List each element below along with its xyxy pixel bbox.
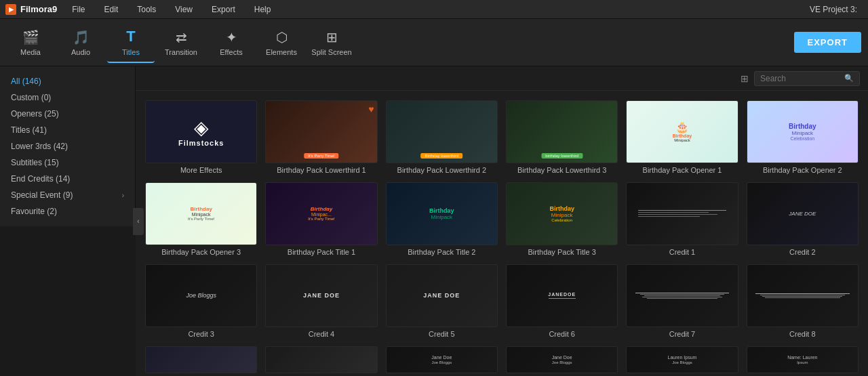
credit2-content: JANE DOE [789,211,816,217]
toolbar-media[interactable]: 🎬 Media [7,22,54,63]
search-input[interactable] [760,74,842,83]
sidebar-item-endcredits[interactable]: End Credits (14) [0,171,135,187]
thumb-row4-2[interactable] [261,342,381,376]
menu-export[interactable]: Export [208,3,239,16]
thumb-label: Birthday Pack Opener 3 [145,248,257,256]
thumb-label: Birthday Pack Lowerthird 3 [506,166,618,174]
menu-edit[interactable]: Edit [100,3,123,16]
sidebar-item-subtitles[interactable]: Subtitles (15) [0,154,135,171]
thumb-label: Credit 6 [506,330,618,338]
thumb-birthday-lowerthird-3[interactable]: birthday lowerthird Birthday Pack Lowert… [502,96,622,178]
opener1-content: 🎂 Birthday Minipack [673,121,692,142]
app-logo-icon: ▶ [5,4,16,15]
thumb-birthday-opener-3[interactable]: Birthday Minipack It's Party Time! Birth… [141,178,261,260]
thumb-label: Birthday Pack Lowerthird 2 [386,166,498,174]
splitscreen-icon: ⊞ [326,29,338,45]
row4-4-content: Jane DoeJoe Bloggs [552,355,572,364]
thumb-birthday-title-1[interactable]: Birthday Minipac... It's Party Time! Bir… [261,178,381,260]
thumb-label: Birthday Pack Title 3 [506,248,618,256]
thumb-label: Credit 4 [265,330,377,338]
sidebar-item-specialevent[interactable]: Special Event (9) › [0,187,135,203]
credit7-content [635,293,730,299]
thumb-credit-1[interactable]: Credit 1 [622,178,742,260]
thumb-birthday-lowerthird-2[interactable]: Birthday lowerthird Birthday Pack Lowert… [382,96,502,178]
sidebar-item-custom[interactable]: Custom (0) [0,89,135,106]
thumb-label: Birthday Pack Opener 2 [747,166,859,174]
thumb-birthday-opener-1[interactable]: 🎂 Birthday Minipack Birthday Pack Opener… [622,96,742,178]
credit4-content: JANE DOE [303,292,340,299]
menu-bar: ▶ Filmora9 File Edit Tools View Export H… [0,0,868,19]
media-label: Media [20,48,41,56]
credit1-content [638,210,727,217]
thumb-birthday-title-2[interactable]: Birthday Minipack Birthday Pack Title 2 [382,178,502,260]
thumbnails-grid: ◈ Filmstocks More Effects ♥ It's Party T… [136,91,868,376]
thumb-credit-5[interactable]: JANE DOE Credit 5 [382,260,502,342]
thumb-birthday-lowerthird-1[interactable]: ♥ It's Party Time! Birthday Pack Lowerth… [261,96,381,178]
thumb-credit-6[interactable]: JANEDOE Credit 6 [502,260,622,342]
thumb-label: Birthday Pack Title 2 [386,248,498,256]
party-tag: It's Party Time! [304,153,339,159]
toolbar-audio[interactable]: 🎵 Audio [57,22,104,63]
thumb-credit-7[interactable]: Credit 7 [622,260,742,342]
sidebar-item-all[interactable]: All (146) [0,73,135,89]
filmstocks-cube-icon: ◈ [194,117,209,139]
thumb-credit-2[interactable]: JANE DOE Credit 2 [743,178,863,260]
search-box: 🔍 [754,71,860,86]
heart-icon: ♥ [368,104,374,114]
thumb-birthday-title-3[interactable]: Birthday Minipack Celebration Birthday P… [502,178,622,260]
toolbar-transition[interactable]: ⇄ Transition [157,22,205,63]
thumb-row4-1[interactable] [141,342,261,376]
app-logo: ▶ Filmora9 [5,4,57,15]
thumb-label: Birthday Pack Opener 1 [626,166,738,174]
sidebar-item-openers[interactable]: Openers (25) [0,106,135,122]
menu-tools[interactable]: Tools [133,3,160,16]
menu-help[interactable]: Help [250,3,275,16]
project-name: VE Project 3: [810,5,857,14]
thumb-label: Birthday Pack Lowerthird 1 [265,166,377,174]
thumb-label: Credit 2 [747,248,859,256]
sidebar: All (146) Custom (0) Openers (25) Titles… [0,66,136,226]
filmstocks-text: Filmstocks [178,139,224,147]
toolbar-effects[interactable]: ✦ Effects [208,22,255,63]
row4-5-content: Lauren IpsumJoe Bloggs [668,355,697,364]
sidebar-item-titles[interactable]: Titles (41) [0,122,135,138]
thumb-row4-5[interactable]: Lauren IpsumJoe Bloggs [622,342,742,376]
credit5-content: JANE DOE [423,292,460,299]
title2-content: Birthday Minipack [429,207,454,220]
thumb-label: More Effects [145,166,257,174]
sidebar-collapse-button[interactable]: ‹ [133,208,144,235]
title1-content: Birthday Minipac... It's Party Time! [308,206,335,221]
thumb-credit-3[interactable]: Joe Bloggs Credit 3 [141,260,261,342]
content-header: ⊞ 🔍 [136,66,868,91]
thumb-credit-8[interactable]: Credit 8 [743,260,863,342]
credit8-content [755,293,850,298]
credit3-content: Joe Bloggs [186,292,216,299]
sidebar-item-lower3rds[interactable]: Lower 3rds (42) [0,138,135,154]
elements-label: Elements [266,48,297,56]
row4-3-content: Jane DoeJoe Bloggs [431,355,452,364]
toolbar-elements[interactable]: ⬡ Elements [258,22,305,63]
thumb-row4-6[interactable]: Name: LaurenIpsum [743,342,863,376]
thumb-label: Credit 5 [386,330,498,338]
thumb-row4-3[interactable]: Jane DoeJoe Bloggs [382,342,502,376]
search-icon: 🔍 [844,74,854,83]
menu-file[interactable]: File [68,3,89,16]
export-button[interactable]: EXPORT [794,32,861,53]
elements-icon: ⬡ [276,29,288,45]
effects-icon: ✦ [226,29,237,45]
toolbar-splitscreen[interactable]: ⊞ Split Screen [308,22,355,63]
toolbar-titles[interactable]: T Titles [107,22,155,63]
content-area: ⊞ 🔍 ◈ Filmstocks More Effects ♥ [136,66,868,376]
grid-view-icon[interactable]: ⊞ [741,73,749,84]
thumb-label: Credit 7 [626,330,738,338]
splitscreen-label: Split Screen [311,48,351,56]
thumb-credit-4[interactable]: JANE DOE Credit 4 [261,260,381,342]
sidebar-item-favourite[interactable]: Favourite (2) [0,203,135,220]
thumb-label: Birthday Pack Title 1 [265,248,377,256]
menu-view[interactable]: View [171,3,197,16]
thumb-more-effects[interactable]: ◈ Filmstocks More Effects [141,96,261,178]
thumb-row4-4[interactable]: Jane DoeJoe Bloggs [502,342,622,376]
effects-label: Effects [220,48,242,56]
thumb-birthday-opener-2[interactable]: Birthday Minipack Celebration Birthday P… [743,96,863,178]
audio-icon: 🎵 [73,29,90,45]
